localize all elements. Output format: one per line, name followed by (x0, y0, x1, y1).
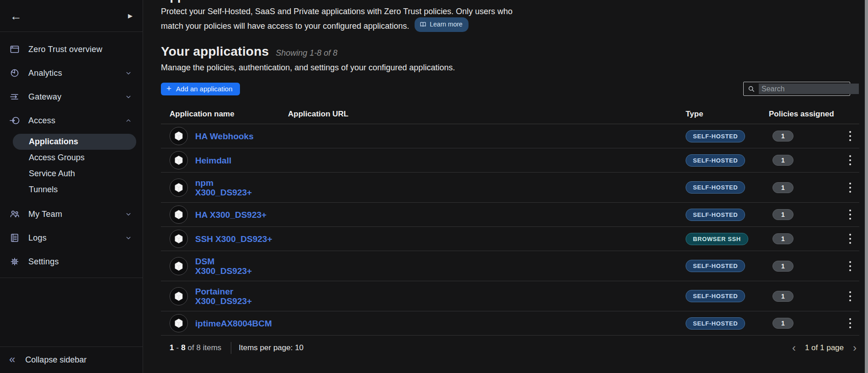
clipped-page-title: Applications (161, 0, 235, 3)
table-row[interactable]: DSMX300_DS923+ SELF-HOSTED 1 (161, 251, 859, 281)
of-items-label: of 8 items (188, 343, 222, 352)
table-footer: 1 - 8 of 8 items Items per page: 10 ‹ 1 … (161, 342, 859, 354)
column-header-application-url: Application URL (288, 110, 686, 119)
app-name-link[interactable]: DSMX300_DS923+ (195, 257, 252, 276)
team-icon (9, 209, 20, 220)
sidebar-item-label: Analytics (28, 68, 124, 78)
sidebar-item-access[interactable]: Access (0, 109, 143, 132)
table-row[interactable]: HA Webhooks SELF-HOSTED 1 (161, 124, 859, 148)
sidebar-item-label: Settings (28, 257, 133, 267)
plus-icon: + (166, 84, 171, 93)
table-body: HA Webhooks SELF-HOSTED 1 Heimdall SELF-… (161, 124, 859, 336)
chevron-up-icon (124, 116, 133, 125)
range-end: 8 (181, 343, 185, 352)
learn-more-label: Learn more (430, 19, 463, 30)
double-chevron-left-icon: « (9, 354, 15, 365)
items-per-page-label: Items per page: 10 (239, 343, 304, 352)
page-subtitle: Manage the policies, authentication, and… (161, 63, 868, 73)
row-menu-button[interactable] (847, 207, 854, 223)
sidebar-item-label: My Team (28, 210, 124, 219)
row-menu-button[interactable] (847, 315, 854, 331)
type-badge: SELF-HOSTED (686, 154, 745, 167)
app-icon (170, 179, 188, 197)
app-name-link[interactable]: npmX300_DS923+ (195, 178, 252, 197)
learn-more-button[interactable]: Learn more (415, 17, 469, 32)
sidebar-item-access-groups[interactable]: Access Groups (13, 150, 136, 166)
type-badge: SELF-HOSTED (686, 290, 745, 302)
row-menu-button[interactable] (847, 152, 854, 168)
vertical-scrollbar[interactable] (865, 0, 868, 373)
row-menu-button[interactable] (847, 258, 854, 274)
sidebar-item-tunnels[interactable]: Tunnels (13, 182, 136, 198)
app-icon (170, 205, 188, 224)
sidebar-item-gateway[interactable]: Gateway (0, 85, 143, 109)
range-dash: - (176, 343, 179, 352)
app-name-link[interactable]: iptimeAX8004BCM (195, 319, 272, 328)
sidebar-item-label: Logs (28, 233, 124, 243)
type-badge: SELF-HOSTED (686, 317, 745, 330)
sidebar-item-analytics[interactable]: Analytics (0, 61, 143, 85)
sidebar-item-label: Zero Trust overview (28, 45, 133, 54)
showing-count: Showing 1-8 of 8 (276, 48, 337, 58)
type-badge: BROWSER SSH (686, 233, 748, 245)
page-title: Your applications (161, 44, 269, 59)
type-badge: SELF-HOSTED (686, 130, 745, 142)
intro-line-2: match your policies will have access to … (161, 21, 409, 31)
cube-icon (173, 155, 184, 166)
row-menu-button[interactable] (847, 231, 854, 247)
table-row[interactable]: npmX300_DS923+ SELF-HOSTED 1 (161, 173, 859, 203)
range-start: 1 (170, 343, 174, 352)
search-box (743, 82, 850, 96)
cube-icon (173, 182, 184, 193)
sidebar-item-label: Access (28, 116, 124, 126)
app-name-link[interactable]: SSH X300_DS923+ (195, 234, 272, 244)
sidebar-item-zero-trust-overview[interactable]: Zero Trust overview (0, 37, 143, 61)
page-status: 1 of 1 page (805, 343, 844, 352)
add-application-button[interactable]: + Add an application (161, 83, 240, 95)
app-name-link[interactable]: PortainerX300_DS923+ (195, 287, 252, 306)
overview-icon (9, 44, 20, 55)
collapse-sidebar-button[interactable]: « Collapse sidebar (0, 347, 143, 373)
row-menu-button[interactable] (847, 128, 854, 144)
analytics-icon (9, 68, 20, 79)
chevron-down-icon (124, 93, 133, 101)
sidebar-item-service-auth[interactable]: Service Auth (13, 166, 136, 182)
row-menu-button[interactable] (847, 179, 854, 195)
app-icon (170, 230, 188, 248)
cube-icon (173, 131, 184, 142)
table-row[interactable]: PortainerX300_DS923+ SELF-HOSTED 1 (161, 281, 859, 311)
policies-badge: 1 (772, 291, 793, 302)
next-page-button[interactable]: › (850, 342, 859, 353)
sidebar-item-settings[interactable]: Settings (0, 250, 143, 273)
policies-badge: 1 (772, 209, 793, 220)
footer-divider (231, 342, 231, 354)
policies-badge: 1 (772, 261, 793, 272)
back-arrow-icon[interactable]: ← (10, 10, 22, 22)
policies-badge: 1 (772, 155, 793, 166)
search-input[interactable] (759, 84, 859, 94)
previous-page-button[interactable]: ‹ (789, 342, 799, 353)
type-badge: SELF-HOSTED (686, 209, 745, 221)
row-menu-button[interactable] (847, 288, 854, 304)
sidebar-item-applications[interactable]: Applications (13, 134, 136, 150)
table-row[interactable]: Heimdall SELF-HOSTED 1 (161, 148, 859, 173)
play-triangle-icon[interactable]: ▶ (128, 13, 133, 19)
intro-line-1: Protect your Self-Hosted, SaaS and Priva… (161, 7, 512, 16)
intro-paragraph: Protect your Self-Hosted, SaaS and Priva… (161, 6, 868, 32)
app-name-link[interactable]: HA X300_DS923+ (195, 210, 266, 220)
book-icon (420, 21, 426, 28)
app-name-link[interactable]: HA Webhooks (195, 131, 254, 141)
app-name-link[interactable]: Heimdall (195, 156, 231, 165)
main-content: Applications Protect your Self-Hosted, S… (143, 0, 868, 373)
table-row[interactable]: SSH X300_DS923+ BROWSER SSH 1 (161, 227, 859, 251)
sidebar-item-my-team[interactable]: My Team (0, 202, 143, 226)
sidebar: ← ▶ Zero Trust overview Analytics Gatewa… (0, 0, 143, 373)
table-row[interactable]: iptimeAX8004BCM SELF-HOSTED 1 (161, 311, 859, 336)
column-header-policies-assigned: Policies assigned (769, 110, 859, 119)
table-row[interactable]: HA X300_DS923+ SELF-HOSTED 1 (161, 203, 859, 227)
sidebar-item-logs[interactable]: Logs (0, 226, 143, 250)
chevron-down-icon (124, 69, 133, 77)
search-icon (748, 85, 755, 93)
cube-icon (173, 209, 184, 220)
app-icon (170, 151, 188, 169)
